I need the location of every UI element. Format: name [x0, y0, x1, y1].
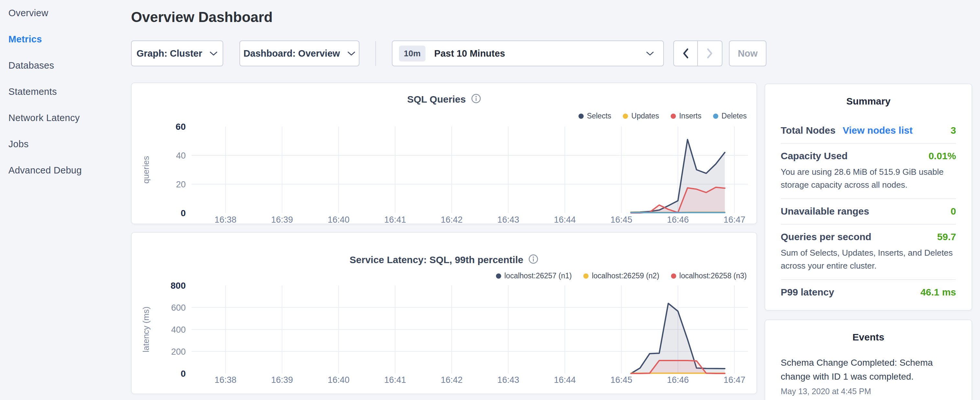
svg-text:16:39: 16:39 — [271, 375, 293, 385]
summary-row-value: 0.01% — [929, 150, 956, 161]
legend-item[interactable]: Deletes — [713, 112, 747, 120]
svg-text:16:44: 16:44 — [554, 215, 576, 225]
service-latency-chart-panel: Service Latency: SQL, 99th percentile lo… — [131, 232, 757, 394]
sidebar-item-statements[interactable]: Statements — [0, 79, 131, 105]
info-icon[interactable] — [528, 254, 538, 265]
legend-label: Updates — [631, 112, 659, 120]
svg-text:600: 600 — [171, 303, 186, 312]
summary-row-value: 0 — [951, 206, 956, 217]
summary-row-label: Unavailable ranges — [781, 206, 869, 217]
summary-row-value: 46.1 ms — [921, 287, 956, 298]
summary-row-label: Queries per second — [781, 231, 871, 242]
chevron-right-icon — [706, 48, 714, 59]
summary-row-value: 3 — [951, 125, 956, 136]
legend-dot — [583, 274, 589, 279]
chart-legend: localhost:26257 (n1) localhost:26259 (n2… — [496, 271, 747, 280]
sidebar-item-databases[interactable]: Databases — [0, 53, 131, 79]
graph-dropdown[interactable]: Graph: Cluster — [131, 40, 223, 66]
legend-dot — [579, 113, 584, 119]
chart-legend: Selects Updates Inserts Deletes — [579, 112, 747, 120]
legend-label: Inserts — [679, 112, 702, 120]
page-title: Overview Dashboard — [131, 9, 273, 25]
svg-text:16:43: 16:43 — [497, 215, 519, 225]
time-step-forward-button[interactable] — [698, 40, 722, 66]
chevron-down-icon — [646, 51, 654, 56]
summary-row-qps: Queries per second 59.7 — [781, 225, 956, 242]
svg-text:16:38: 16:38 — [215, 215, 237, 225]
svg-text:16:41: 16:41 — [384, 215, 406, 225]
time-range-selector[interactable]: 10m Past 10 Minutes — [392, 40, 664, 66]
sidebar: Overview Metrics Databases Statements Ne… — [0, 0, 131, 400]
time-step-back-button[interactable] — [673, 40, 698, 66]
dashboard-dropdown-label: Dashboard: Overview — [243, 48, 340, 59]
legend-item[interactable]: Selects — [579, 112, 611, 120]
controls-divider — [375, 41, 376, 66]
svg-text:0: 0 — [181, 369, 186, 379]
legend-item[interactable]: Inserts — [671, 112, 702, 120]
svg-text:0: 0 — [181, 208, 186, 218]
time-range-badge: 10m — [399, 46, 425, 62]
now-button[interactable]: Now — [729, 40, 767, 66]
svg-text:16:39: 16:39 — [271, 215, 293, 225]
legend-dot — [713, 113, 718, 119]
sidebar-item-advanced-debug[interactable]: Advanced Debug — [0, 157, 131, 183]
svg-text:16:42: 16:42 — [441, 215, 463, 225]
svg-text:16:47: 16:47 — [724, 375, 745, 385]
time-range-label: Past 10 Minutes — [434, 48, 505, 59]
svg-text:16:47: 16:47 — [724, 215, 745, 225]
legend-item[interactable]: localhost:26259 (n2) — [583, 271, 659, 280]
summary-row-p99-latency: P99 latency 46.1 ms — [781, 280, 956, 298]
svg-text:16:43: 16:43 — [497, 375, 519, 385]
svg-text:16:46: 16:46 — [667, 375, 689, 385]
svg-text:800: 800 — [170, 281, 186, 291]
view-nodes-list-link[interactable]: View nodes list — [843, 125, 912, 136]
svg-text:16:46: 16:46 — [667, 215, 689, 225]
chart-title: SQL Queries — [407, 94, 466, 105]
svg-text:20: 20 — [176, 180, 186, 189]
summary-row-label: P99 latency — [781, 287, 834, 298]
graph-dropdown-label: Graph: Cluster — [137, 48, 202, 59]
legend-item[interactable]: localhost:26257 (n1) — [496, 271, 572, 280]
legend-item[interactable]: Updates — [623, 112, 659, 120]
svg-text:40: 40 — [176, 151, 186, 161]
svg-text:16:38: 16:38 — [215, 375, 237, 385]
legend-dot — [671, 113, 676, 119]
event-list-item[interactable]: Schema Change Completed: Schema change w… — [765, 343, 972, 396]
chart-title: Service Latency: SQL, 99th percentile — [350, 254, 523, 265]
svg-text:16:44: 16:44 — [554, 375, 576, 385]
legend-label: localhost:26259 (n2) — [592, 271, 659, 280]
event-timestamp: May 13, 2020 at 4:45 PM — [781, 387, 956, 396]
summary-row-label: Capacity Used — [781, 150, 848, 161]
svg-text:400: 400 — [171, 325, 186, 335]
summary-row-unavailable-ranges: Unavailable ranges 0 — [781, 199, 956, 217]
events-title: Events — [765, 332, 972, 343]
sidebar-item-overview[interactable]: Overview — [0, 0, 131, 26]
svg-text:16:42: 16:42 — [441, 375, 463, 385]
sidebar-item-jobs[interactable]: Jobs — [0, 131, 131, 157]
legend-label: Deletes — [721, 112, 747, 120]
summary-row-description: Sum of Selects, Updates, Inserts, and De… — [781, 246, 956, 272]
chevron-down-icon — [209, 51, 218, 56]
svg-text:200: 200 — [171, 347, 186, 357]
summary-panel: Summary Total Nodes View nodes list 3 Ca… — [765, 83, 972, 311]
sql-queries-chart[interactable]: 020406016:3816:3916:4016:4116:4216:4316:… — [137, 120, 758, 227]
event-text: Schema Change Completed: Schema change w… — [781, 356, 956, 384]
sidebar-item-network-latency[interactable]: Network Latency — [0, 105, 131, 131]
svg-text:16:45: 16:45 — [611, 375, 633, 385]
svg-text:16:41: 16:41 — [384, 375, 406, 385]
svg-text:latency (ms): latency (ms) — [141, 306, 151, 352]
summary-title: Summary — [765, 96, 972, 107]
info-icon[interactable] — [471, 94, 481, 105]
chevron-left-icon — [681, 48, 690, 59]
legend-dot — [496, 274, 501, 279]
summary-row-label: Total Nodes — [781, 125, 835, 136]
events-panel: Events Schema Change Completed: Schema c… — [765, 319, 972, 400]
sidebar-item-metrics[interactable]: Metrics — [0, 26, 131, 53]
legend-item[interactable]: localhost:26258 (n3) — [671, 271, 747, 280]
legend-label: localhost:26258 (n3) — [679, 271, 747, 280]
dashboard-dropdown[interactable]: Dashboard: Overview — [239, 40, 360, 66]
service-latency-chart[interactable]: 020040060080016:3816:3916:4016:4116:4216… — [137, 281, 758, 393]
svg-text:queries: queries — [141, 156, 151, 183]
summary-row-capacity: Capacity Used 0.01% — [781, 144, 956, 161]
summary-row-value: 59.7 — [937, 231, 956, 242]
